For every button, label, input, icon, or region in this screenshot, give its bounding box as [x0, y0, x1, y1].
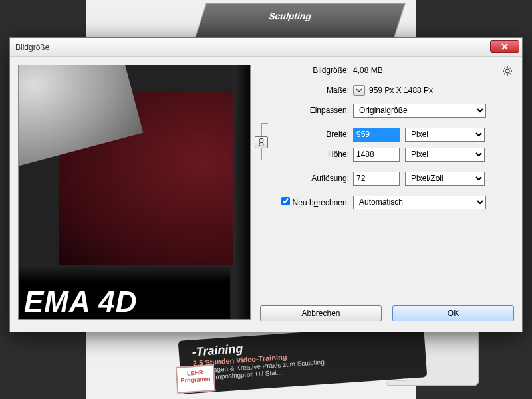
height-unit-select[interactable]: Pixel [405, 148, 485, 162]
svg-line-6 [510, 74, 511, 75]
height-label: Höhe: [260, 150, 353, 159]
fit-row: Einpassen: Originalgröße [260, 102, 514, 119]
filesize-value: 4,08 MB [353, 66, 383, 75]
resolution-row: Auflösung: Pixel/Zoll [260, 170, 514, 187]
width-input[interactable] [353, 128, 400, 142]
close-icon [501, 43, 508, 50]
height-input[interactable] [353, 148, 400, 162]
cancel-button[interactable]: Abbrechen [260, 305, 382, 321]
titlebar[interactable]: Bildgröße [10, 38, 522, 57]
width-row: Breite: Pixel [260, 126, 514, 143]
resample-label: Neu berechnen: [260, 197, 353, 207]
svg-line-8 [510, 68, 511, 69]
chevron-down-icon [356, 87, 362, 94]
preview-logo-text: EMA 4D [24, 289, 138, 315]
close-button[interactable] [490, 40, 519, 53]
image-size-dialog: Bildgröße EMA 4D Bildgröße: 4,08 MB Maße… [9, 37, 523, 332]
svg-point-0 [505, 69, 509, 73]
width-unit-select[interactable]: Pixel [405, 128, 485, 142]
filesize-label: Bildgröße: [260, 66, 353, 75]
width-label: Breite: [260, 130, 353, 139]
dialog-buttons: Abbrechen OK [260, 305, 514, 324]
dimensions-label: Maße: [260, 86, 353, 95]
dimensions-unit-button[interactable] [353, 85, 365, 96]
dialog-content: EMA 4D Bildgröße: 4,08 MB Maße: 959 Px X… [10, 57, 522, 332]
dimensions-value: 959 Px X 1488 Px [369, 86, 433, 95]
svg-rect-9 [259, 139, 263, 142]
aspect-link-column [255, 123, 269, 160]
fit-label: Einpassen: [260, 106, 353, 115]
resample-method-select[interactable]: Automatisch [353, 196, 486, 209]
resolution-label: Auflösung: [260, 174, 353, 183]
ok-button[interactable]: OK [392, 305, 514, 321]
dialog-title: Bildgröße [15, 43, 49, 52]
dimensions-row: Maße: 959 Px X 1488 Px [260, 82, 514, 99]
settings-menu-button[interactable] [501, 65, 514, 78]
svg-line-5 [504, 68, 505, 69]
svg-rect-10 [259, 143, 263, 146]
constrain-proportions-button[interactable] [255, 136, 268, 148]
image-preview[interactable]: EMA 4D [18, 65, 251, 320]
settings-pane: Bildgröße: 4,08 MB Maße: 959 Px X 1488 P… [260, 62, 514, 299]
resample-row: Neu berechnen: Automatisch [260, 194, 514, 211]
resample-checkbox[interactable] [281, 197, 290, 205]
background-box-top-text: Sculpting [267, 11, 313, 21]
chain-link-icon [258, 138, 265, 146]
height-row: Höhe: Pixel [260, 146, 514, 163]
fit-select[interactable]: Originalgröße [353, 104, 486, 118]
filesize-row: Bildgröße: 4,08 MB [260, 62, 514, 79]
gear-icon [502, 66, 513, 76]
svg-line-7 [504, 74, 505, 75]
resolution-input[interactable] [353, 172, 400, 186]
resolution-unit-select[interactable]: Pixel/Zoll [405, 172, 485, 186]
background-badge: LEHR Programm [176, 364, 216, 394]
